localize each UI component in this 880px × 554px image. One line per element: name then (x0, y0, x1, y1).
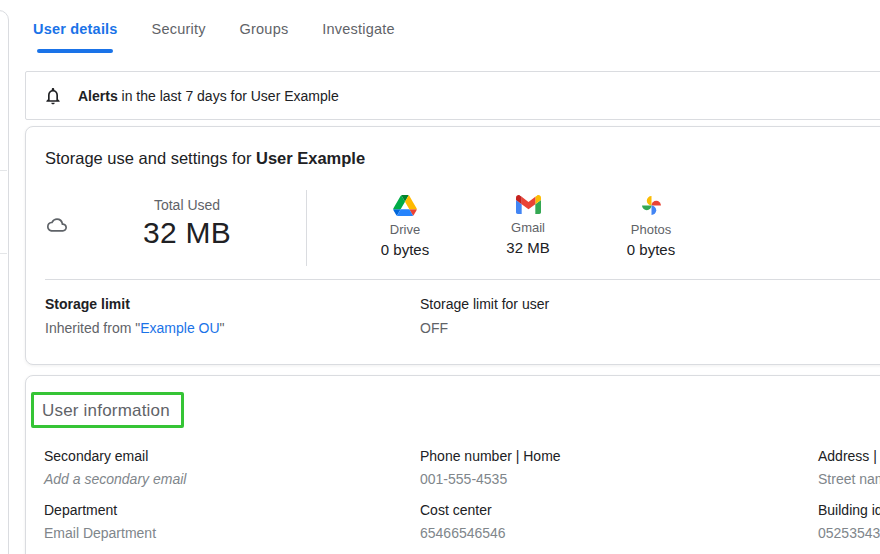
photos-icon (641, 202, 662, 219)
field-label: Building id (818, 502, 880, 518)
field-value: Add a secondary email (44, 471, 186, 487)
storage-card-title-prefix: Storage use and settings for (45, 149, 256, 167)
field-building-id: Building id 05253543545 (818, 502, 880, 541)
service-photos-value: 0 bytes (591, 241, 711, 258)
storage-limit-value: Inherited from "Example OU" (45, 320, 225, 336)
alerts-banner[interactable]: Alerts in the last 7 days for User Examp… (25, 71, 880, 120)
storage-limit-value-prefix: Inherited from " (45, 320, 140, 336)
field-address: Address | Wor Street name 1 (818, 448, 880, 487)
service-gmail-value: 32 MB (468, 239, 588, 256)
service-gmail: Gmail 32 MB (468, 195, 588, 256)
total-used-value: 32 MB (87, 216, 287, 250)
example-ou-link[interactable]: Example OU (140, 320, 219, 336)
total-used-label: Total Used (87, 197, 287, 213)
field-value: Email Department (44, 525, 156, 541)
field-label: Secondary email (44, 448, 186, 464)
storage-limit-user-value: OFF (420, 320, 549, 336)
storage-horizontal-divider (45, 279, 880, 280)
tab-investigate[interactable]: Investigate (322, 21, 394, 37)
bell-icon (43, 86, 63, 106)
tab-user-details[interactable]: User details (33, 21, 118, 37)
storage-card-title: Storage use and settings for User Exampl… (45, 149, 365, 168)
tab-security[interactable]: Security (152, 21, 206, 37)
user-information-heading: User information (42, 401, 170, 421)
storage-limit-user-label: Storage limit for user (420, 296, 549, 312)
storage-card-title-user: User Example (256, 149, 365, 167)
drive-icon (393, 202, 417, 219)
tab-bar: User details Security Groups Investigate (33, 21, 395, 37)
alerts-banner-text: Alerts in the last 7 days for User Examp… (78, 88, 339, 104)
field-value: 65466546546 (420, 525, 506, 541)
field-value: Street name 1 (818, 471, 880, 487)
user-information-card: User information Secondary email Add a s… (25, 375, 880, 554)
field-label: Cost center (420, 502, 506, 518)
field-label: Department (44, 502, 156, 518)
field-phone-number: Phone number | Home 001-555-4535 (420, 448, 561, 487)
service-drive-name: Drive (345, 222, 465, 237)
left-panel-edge (0, 10, 9, 554)
service-photos: Photos 0 bytes (591, 195, 711, 258)
storage-limit-value-suffix: " (220, 320, 225, 336)
storage-card: Storage use and settings for User Exampl… (25, 126, 880, 365)
left-panel-divider (0, 253, 7, 254)
alerts-label-rest: in the last 7 days for User Example (118, 88, 339, 104)
field-label: Phone number | Home (420, 448, 561, 464)
active-tab-indicator (37, 49, 113, 53)
gmail-icon (516, 200, 541, 217)
service-drive-value: 0 bytes (345, 241, 465, 258)
field-label: Address | Wor (818, 448, 880, 464)
field-secondary-email: Secondary email Add a secondary email (44, 448, 186, 487)
service-photos-name: Photos (591, 222, 711, 237)
field-department: Department Email Department (44, 502, 156, 541)
cloud-icon (45, 215, 69, 239)
storage-limit-block: Storage limit Inherited from "Example OU… (45, 296, 225, 336)
service-gmail-name: Gmail (468, 220, 588, 235)
field-value: 05253543545 (818, 525, 880, 541)
alerts-label: Alerts (78, 88, 118, 104)
storage-vertical-divider (306, 190, 307, 266)
total-used-block: Total Used 32 MB (87, 197, 287, 250)
tab-groups[interactable]: Groups (240, 21, 289, 37)
left-panel-divider (0, 170, 7, 171)
storage-limit-label: Storage limit (45, 296, 225, 312)
field-cost-center: Cost center 65466546546 (420, 502, 506, 541)
storage-limit-user-block: Storage limit for user OFF (420, 296, 549, 336)
service-drive: Drive 0 bytes (345, 195, 465, 258)
field-value: 001-555-4535 (420, 471, 561, 487)
